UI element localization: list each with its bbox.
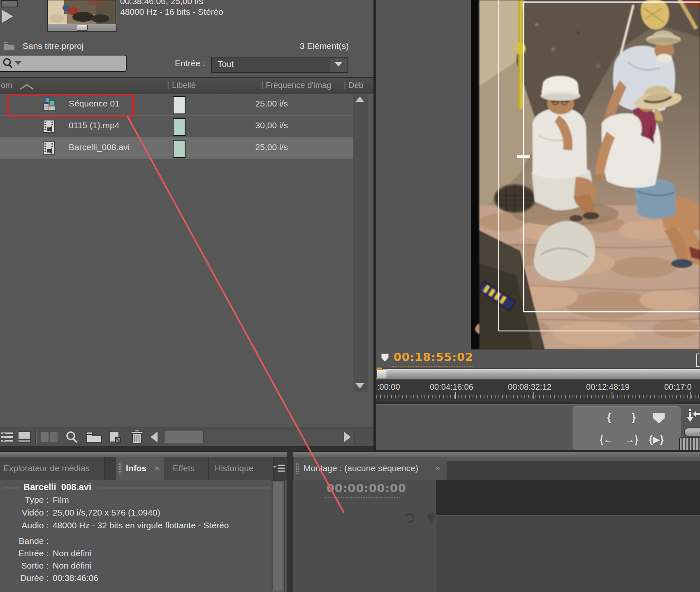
preview-play-icon[interactable]	[2, 10, 13, 23]
bin-row-clip2-selected[interactable]: Barcelli_008.avi 25,00 i/s	[0, 137, 353, 159]
project-filename[interactable]: Sans titre.prproj	[23, 41, 83, 51]
new-item-icon[interactable]	[109, 430, 122, 445]
bins-icon[interactable]	[40, 431, 60, 444]
label-swatch[interactable]	[173, 140, 185, 158]
sort-ascending-icon	[19, 83, 35, 92]
ruler-label-0: :00:00	[377, 382, 400, 392]
thumbnail-scrubber[interactable]	[47, 24, 117, 32]
panel-top-bar[interactable]	[293, 451, 700, 457]
ruler-ticks	[376, 395, 700, 398]
source-timecode[interactable]: 00:18:55:02	[394, 351, 473, 363]
snap-toggle-icon[interactable]	[403, 511, 416, 526]
ruler-label-3: 00:12:48:19	[586, 382, 630, 392]
poster-frame-icon[interactable]	[1, 0, 18, 7]
play-in-to-out-button[interactable]: {▶}	[649, 432, 664, 446]
title-rule-right	[98, 488, 271, 488]
go-to-in-button[interactable]: {←	[600, 432, 613, 446]
column-fps[interactable]: Fréquence d'imag	[266, 81, 331, 90]
monitor-scrollbar[interactable]	[376, 368, 700, 380]
bin-table-header[interactable]: om | Libellé | Fréquence d'imag | Déb	[0, 77, 373, 94]
list-view-icon[interactable]	[1, 431, 14, 444]
find-icon[interactable]	[65, 430, 79, 445]
tab-close-icon[interactable]: ×	[435, 457, 440, 480]
preview-info-line1: 00:38:46:06, 25,00 i/s	[120, 0, 203, 6]
source-timecode-underline	[392, 364, 473, 367]
row-name[interactable]: 0115 (1).mp4	[69, 120, 119, 130]
label-swatch[interactable]	[173, 96, 185, 114]
search-options-arrow-icon[interactable]	[15, 61, 21, 65]
hscroll-thumb[interactable]	[164, 431, 204, 443]
filter-label: Entrée :	[175, 58, 205, 68]
info-field-type: Type : Film	[0, 495, 267, 506]
go-to-out-button[interactable]: →}	[625, 432, 638, 446]
ruler-label-4: 00:17:0	[664, 382, 692, 392]
monitor-time-ruler[interactable]: :00:00 00:04:16:06 00:08:32:12 00:12:48:…	[376, 379, 700, 402]
add-marker-button[interactable]	[653, 413, 665, 423]
tab-montage[interactable]: Montage : (aucune séquence) ×	[294, 457, 447, 480]
label-swatch[interactable]	[173, 118, 185, 136]
thumbnail-scrubber-handle[interactable]	[77, 25, 88, 31]
lightbulb-toggle-icon[interactable]	[425, 511, 437, 526]
info-field-in: Entrée : Non défini	[0, 548, 267, 560]
info-vertical-scrollbar[interactable]	[271, 480, 285, 592]
ruler-label-2: 00:08:32:12	[508, 382, 552, 392]
annotation-rectangle	[7, 95, 134, 117]
project-panel: 00:38:46:06, 25,00 i/s 48000 Hz - 16 bit…	[0, 0, 373, 446]
timeline-timecode-underline	[325, 496, 400, 498]
jog-wheel[interactable]	[679, 437, 700, 450]
bin-vertical-scrollbar[interactable]	[353, 94, 368, 391]
project-item-count: 3 Elément(s)	[230, 41, 349, 51]
tab-grip	[118, 463, 122, 474]
preview-thumbnail[interactable]	[47, 0, 116, 24]
row-fps: 25,00 i/s	[222, 99, 288, 109]
info-field-tape: Bande :	[0, 536, 267, 548]
timeline-timecode[interactable]: 00:00:00:00	[327, 482, 406, 495]
bottom-panel-gap	[287, 451, 293, 592]
info-scroll-thumb[interactable]	[272, 482, 282, 590]
hscroll-left-icon[interactable]	[151, 432, 158, 442]
set-out-button[interactable]: }	[632, 410, 636, 424]
info-field-audio: Audio : 48000 Hz - 32 bits en virgule fl…	[0, 520, 267, 532]
tab-effects[interactable]: Effets	[165, 457, 209, 480]
premiere-window: 00:38:46:06, 25,00 i/s 48000 Hz - 16 bit…	[0, 0, 700, 592]
vertical-seam	[373, 0, 376, 450]
zoom-level-button-partial[interactable]	[696, 354, 700, 367]
movie-clip-icon	[42, 118, 56, 136]
scroll-down-icon[interactable]	[355, 383, 364, 388]
tab-media-browser[interactable]: Explorateur de médias	[0, 457, 104, 480]
column-label[interactable]: Libellé	[172, 81, 196, 90]
panel-menu-icon[interactable]	[272, 463, 285, 475]
hscroll-track[interactable]	[162, 430, 355, 445]
row-name[interactable]: Barcelli_008.avi	[69, 142, 130, 152]
info-clip-title: Barcelli_008.avi	[23, 482, 91, 493]
info-field-video: Vidéo : 25,00 i/s,720 x 576 (1,0940)	[0, 508, 267, 519]
info-field-duration: Durée : 00:38:46:06	[0, 573, 267, 585]
new-bin-icon[interactable]	[86, 431, 102, 445]
search-icon	[2, 58, 13, 71]
filter-dropdown-arrow-icon[interactable]	[330, 58, 348, 72]
tab-infos[interactable]: Infos ×	[116, 457, 165, 480]
playhead-marker-icon	[380, 352, 390, 365]
scrub-thumb[interactable]	[376, 370, 387, 378]
column-start[interactable]: Déb	[348, 81, 364, 90]
panel-top-bar[interactable]	[0, 451, 287, 457]
shuttle-slider[interactable]	[684, 428, 700, 437]
trash-icon[interactable]	[130, 430, 144, 446]
column-name[interactable]: om	[1, 81, 12, 90]
info-panel: Explorateur de médias Infos × Effets His…	[0, 451, 287, 592]
movie-clip-icon	[42, 140, 56, 157]
scroll-up-icon[interactable]	[355, 97, 364, 102]
insert-button[interactable]	[685, 408, 700, 427]
hscroll-right-icon[interactable]	[344, 432, 351, 442]
tab-close-icon[interactable]: ×	[155, 457, 160, 480]
preview-info-line2: 48000 Hz - 16 bits - Stéréo	[120, 7, 223, 17]
set-in-button[interactable]: {	[607, 410, 611, 424]
row-fps: 25,00 i/s	[222, 142, 288, 152]
bin-row-clip1[interactable]: 0115 (1).mp4 30,00 i/s	[0, 116, 353, 137]
monitor-separator	[376, 402, 700, 404]
search-input[interactable]	[0, 55, 127, 72]
tab-history[interactable]: Historique	[209, 457, 274, 480]
filter-dropdown-value: Tout	[218, 59, 234, 69]
filter-dropdown[interactable]: Tout	[211, 57, 348, 73]
icon-view-icon[interactable]	[18, 431, 32, 444]
